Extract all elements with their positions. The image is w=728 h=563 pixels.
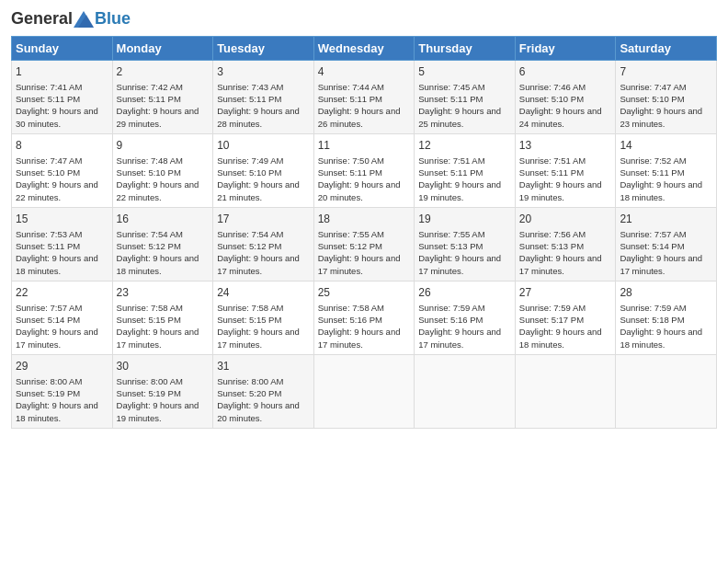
day-info: Daylight: 9 hours and 20 minutes. bbox=[318, 178, 411, 203]
day-cell: 26Sunrise: 7:59 AMSunset: 5:16 PMDayligh… bbox=[415, 281, 516, 354]
day-cell bbox=[616, 354, 717, 428]
day-info: Sunset: 5:13 PM bbox=[519, 240, 612, 252]
day-cell: 4Sunrise: 7:44 AMSunset: 5:11 PMDaylight… bbox=[313, 61, 415, 134]
day-cell: 19Sunrise: 7:55 AMSunset: 5:13 PMDayligh… bbox=[415, 207, 516, 281]
day-info: Sunset: 5:20 PM bbox=[217, 387, 310, 399]
day-number: 29 bbox=[16, 359, 108, 374]
day-info: Daylight: 9 hours and 18 minutes. bbox=[16, 252, 108, 277]
day-cell: 29Sunrise: 8:00 AMSunset: 5:19 PMDayligh… bbox=[12, 354, 113, 428]
day-info: Sunset: 5:11 PM bbox=[16, 93, 108, 105]
header-day-monday: Monday bbox=[112, 37, 213, 61]
day-info: Sunrise: 7:56 AM bbox=[519, 228, 612, 240]
day-info: Daylight: 9 hours and 24 minutes. bbox=[519, 105, 612, 130]
day-info: Daylight: 9 hours and 22 minutes. bbox=[117, 178, 210, 203]
day-info: Sunrise: 8:00 AM bbox=[117, 375, 210, 387]
header-day-wednesday: Wednesday bbox=[313, 37, 415, 61]
day-cell bbox=[515, 354, 616, 428]
day-info: Sunrise: 7:52 AM bbox=[620, 155, 712, 167]
day-info: Sunset: 5:12 PM bbox=[318, 240, 411, 252]
day-info: Daylight: 9 hours and 18 minutes. bbox=[16, 399, 108, 424]
week-row-5: 29Sunrise: 8:00 AMSunset: 5:19 PMDayligh… bbox=[12, 354, 717, 428]
day-info: Sunset: 5:11 PM bbox=[117, 93, 210, 105]
day-info: Sunrise: 7:49 AM bbox=[217, 155, 310, 167]
day-info: Sunrise: 7:51 AM bbox=[519, 155, 612, 167]
day-info: Daylight: 9 hours and 17 minutes. bbox=[217, 252, 310, 277]
day-cell: 7Sunrise: 7:47 AMSunset: 5:10 PMDaylight… bbox=[616, 61, 717, 134]
day-info: Sunrise: 7:48 AM bbox=[117, 155, 210, 167]
day-cell: 31Sunrise: 8:00 AMSunset: 5:20 PMDayligh… bbox=[213, 354, 314, 428]
day-info: Daylight: 9 hours and 22 minutes. bbox=[16, 178, 108, 203]
day-info: Sunrise: 7:50 AM bbox=[318, 155, 411, 167]
day-info: Sunrise: 7:59 AM bbox=[519, 302, 612, 314]
header-day-tuesday: Tuesday bbox=[213, 37, 314, 61]
day-number: 17 bbox=[217, 212, 310, 227]
day-number: 14 bbox=[620, 138, 712, 154]
day-number: 7 bbox=[620, 64, 712, 80]
day-number: 3 bbox=[217, 64, 310, 80]
day-cell: 21Sunrise: 7:57 AMSunset: 5:14 PMDayligh… bbox=[616, 207, 717, 281]
day-number: 24 bbox=[217, 285, 310, 301]
day-cell: 25Sunrise: 7:58 AMSunset: 5:16 PMDayligh… bbox=[313, 281, 415, 354]
day-info: Daylight: 9 hours and 18 minutes. bbox=[519, 326, 612, 350]
day-cell: 12Sunrise: 7:51 AMSunset: 5:11 PMDayligh… bbox=[415, 133, 516, 207]
day-info: Daylight: 9 hours and 17 minutes. bbox=[318, 326, 411, 350]
day-info: Daylight: 9 hours and 17 minutes. bbox=[217, 326, 310, 350]
day-info: Sunset: 5:16 PM bbox=[318, 314, 411, 326]
day-info: Daylight: 9 hours and 26 minutes. bbox=[318, 105, 411, 130]
day-info: Sunrise: 7:55 AM bbox=[418, 228, 511, 240]
day-info: Sunrise: 7:58 AM bbox=[217, 302, 310, 314]
day-cell: 5Sunrise: 7:45 AMSunset: 5:11 PMDaylight… bbox=[415, 61, 516, 134]
day-info: Sunrise: 7:43 AM bbox=[217, 81, 310, 93]
day-cell: 28Sunrise: 7:59 AMSunset: 5:18 PMDayligh… bbox=[616, 281, 717, 354]
day-cell: 11Sunrise: 7:50 AMSunset: 5:11 PMDayligh… bbox=[313, 133, 415, 207]
header-day-friday: Friday bbox=[515, 37, 616, 61]
day-number: 16 bbox=[117, 212, 210, 227]
day-info: Sunset: 5:18 PM bbox=[620, 314, 712, 326]
week-row-3: 15Sunrise: 7:53 AMSunset: 5:11 PMDayligh… bbox=[12, 207, 717, 281]
header-row: SundayMondayTuesdayWednesdayThursdayFrid… bbox=[12, 37, 717, 61]
day-info: Sunset: 5:10 PM bbox=[117, 167, 210, 178]
day-info: Sunrise: 7:46 AM bbox=[519, 81, 612, 93]
day-cell: 18Sunrise: 7:55 AMSunset: 5:12 PMDayligh… bbox=[313, 207, 415, 281]
day-info: Sunset: 5:10 PM bbox=[16, 167, 108, 178]
day-number: 20 bbox=[519, 212, 612, 227]
day-info: Daylight: 9 hours and 18 minutes. bbox=[620, 326, 712, 350]
day-number: 9 bbox=[117, 138, 210, 154]
day-info: Sunrise: 7:51 AM bbox=[418, 155, 511, 167]
logo: General Blue bbox=[11, 9, 131, 29]
day-number: 12 bbox=[418, 138, 511, 154]
day-info: Sunset: 5:14 PM bbox=[16, 314, 108, 326]
day-info: Sunrise: 7:59 AM bbox=[418, 302, 511, 314]
day-info: Sunrise: 7:58 AM bbox=[117, 302, 210, 314]
day-info: Sunset: 5:11 PM bbox=[217, 93, 310, 105]
day-info: Sunset: 5:11 PM bbox=[620, 167, 712, 178]
day-number: 28 bbox=[620, 285, 712, 301]
day-info: Sunrise: 8:00 AM bbox=[217, 375, 310, 387]
header: General Blue bbox=[11, 9, 717, 29]
day-number: 5 bbox=[418, 64, 511, 80]
day-info: Daylight: 9 hours and 28 minutes. bbox=[217, 105, 310, 130]
day-info: Sunset: 5:10 PM bbox=[217, 167, 310, 178]
day-info: Daylight: 9 hours and 19 minutes. bbox=[418, 178, 511, 203]
day-cell: 6Sunrise: 7:46 AMSunset: 5:10 PMDaylight… bbox=[515, 61, 616, 134]
day-info: Sunset: 5:11 PM bbox=[418, 167, 511, 178]
day-info: Sunrise: 7:47 AM bbox=[620, 81, 712, 93]
day-number: 2 bbox=[117, 64, 210, 80]
header-day-saturday: Saturday bbox=[616, 37, 717, 61]
day-info: Sunset: 5:11 PM bbox=[318, 167, 411, 178]
day-number: 30 bbox=[117, 359, 210, 374]
day-info: Sunset: 5:15 PM bbox=[217, 314, 310, 326]
day-cell: 9Sunrise: 7:48 AMSunset: 5:10 PMDaylight… bbox=[112, 133, 213, 207]
header-day-sunday: Sunday bbox=[12, 37, 113, 61]
week-row-2: 8Sunrise: 7:47 AMSunset: 5:10 PMDaylight… bbox=[12, 133, 717, 207]
week-row-1: 1Sunrise: 7:41 AMSunset: 5:11 PMDaylight… bbox=[12, 61, 717, 134]
day-cell: 10Sunrise: 7:49 AMSunset: 5:10 PMDayligh… bbox=[213, 133, 314, 207]
day-info: Daylight: 9 hours and 17 minutes. bbox=[418, 252, 511, 277]
day-info: Sunset: 5:19 PM bbox=[16, 387, 108, 399]
day-info: Daylight: 9 hours and 19 minutes. bbox=[117, 399, 210, 424]
day-info: Sunrise: 7:45 AM bbox=[418, 81, 511, 93]
day-info: Sunrise: 7:47 AM bbox=[16, 155, 108, 167]
day-info: Sunrise: 7:54 AM bbox=[117, 228, 210, 240]
day-info: Daylight: 9 hours and 17 minutes. bbox=[519, 252, 612, 277]
day-info: Sunset: 5:11 PM bbox=[418, 93, 511, 105]
